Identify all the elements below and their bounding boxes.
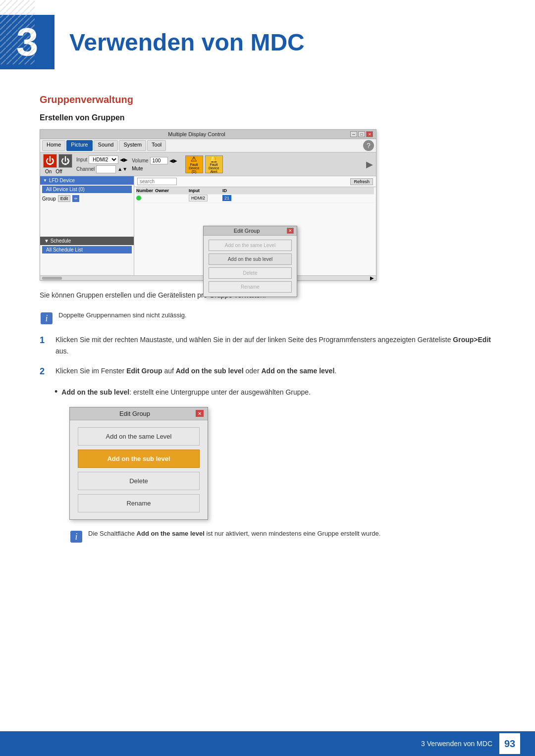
right-panel-table: Number Owner Input ID HDMI2 21 <box>134 187 376 203</box>
scrollbar-thumb <box>42 277 62 280</box>
volume-label: Volume <box>132 158 148 163</box>
schedule-header: ▼ Schedule <box>40 237 134 245</box>
channel-group: Channel ▲▼ <box>76 165 128 173</box>
mdc-titlebar: Multiple Display Control ─ □ ✕ <box>40 130 376 139</box>
mute-group: Mute <box>132 166 177 171</box>
mdc-window-container: Multiple Display Control ─ □ ✕ Home Pict… <box>40 129 376 281</box>
mdc-menubar: Home Picture Sound System Tool ? <box>40 139 376 152</box>
step-1: 1 Klicken Sie mit der rechten Maustaste,… <box>40 334 495 356</box>
lfd-section-label: LFD Device <box>49 178 75 183</box>
step-text-2: Klicken Sie im Fenster Edit Group auf Ad… <box>55 365 336 376</box>
page-number: 93 <box>499 733 520 754</box>
content-area: Gruppenverwaltung Erstellen von Gruppen … <box>0 84 535 592</box>
fault-device-group: ⚠ Fault Device(D) 🔔 Fault DeviceAlert <box>185 155 223 173</box>
eg-title: Edit Group <box>74 410 196 417</box>
lfd-header: ▼ LFD Device <box>40 176 134 185</box>
on-label: On <box>45 169 52 174</box>
volume-group: Volume 100 ◀▶ <box>132 157 177 164</box>
note-box-1: i Doppelte Gruppennamen sind nicht zuläs… <box>40 310 495 325</box>
input-select[interactable]: HDMI2 <box>89 155 118 164</box>
note-text-2: Die Schaltfläche Add on the same level i… <box>88 529 380 539</box>
refresh-button[interactable]: Refresh <box>350 178 373 185</box>
bullet-dot: • <box>54 387 57 398</box>
lfd-arrow-icon: ▼ <box>43 178 47 183</box>
toolbar-right-arrow: ▶ <box>366 159 373 170</box>
eg-titlebar: Edit Group ✕ <box>70 407 208 420</box>
fault-device-d-icon[interactable]: ⚠ Fault Device(D) <box>185 155 203 173</box>
all-schedule-list[interactable]: All Schedule List <box>42 246 132 253</box>
menu-sound[interactable]: Sound <box>94 140 118 151</box>
svg-text:i: i <box>45 313 48 323</box>
all-device-list-item[interactable]: All Device List (0) <box>42 186 132 193</box>
power-on-icon[interactable]: ⏻ <box>43 154 57 168</box>
note-icon-2: i <box>69 530 83 544</box>
row-owner <box>155 196 185 202</box>
add-sub-level-btn-small[interactable]: Add on the sub level <box>209 253 292 265</box>
pencil-icon[interactable]: ✏ <box>72 195 79 202</box>
table-header-row: Number Owner Input ID <box>136 187 374 195</box>
volume-input[interactable]: 100 <box>150 157 168 164</box>
page-header: 3 Verwenden von MDC <box>0 0 535 79</box>
mdc-title-text: Multiple Display Control <box>43 131 350 137</box>
rename-btn-small[interactable]: Rename <box>209 281 292 293</box>
search-input[interactable] <box>137 178 177 185</box>
edit-group-dialog-overlay: Edit Group ✕ Add on the same Level Add o… <box>203 226 297 297</box>
channel-input[interactable] <box>96 165 116 173</box>
dialog-title: Edit Group <box>207 228 287 234</box>
note-box-2: i Die Schaltfläche Add on the same level… <box>69 529 495 544</box>
menu-tool[interactable]: Tool <box>147 140 166 151</box>
subsection-title: Erstellen von Gruppen <box>40 113 495 122</box>
mdc-win-buttons: ─ □ ✕ <box>350 131 373 137</box>
page-footer: 3 Verwenden von MDC 93 <box>0 731 535 756</box>
off-label: Off <box>55 169 62 174</box>
mdc-toolbar: ⏻ ⏻ On Off Input HDMI2 ◀▶ <box>40 152 376 176</box>
schedule-label: Schedule <box>51 238 71 244</box>
eg-close-button[interactable]: ✕ <box>196 410 204 417</box>
right-scroll-arrow: ▶ <box>370 275 374 281</box>
mdc-right-header: Refresh <box>134 176 376 187</box>
eg-rename-btn[interactable]: Rename <box>78 494 200 512</box>
section-title: Gruppenverwaltung <box>40 94 495 105</box>
menu-picture[interactable]: Picture <box>66 140 92 151</box>
eg-add-sub-level-btn[interactable]: Add on the sub level <box>78 450 200 468</box>
footer-text: 3 Verwenden von MDC <box>421 740 492 748</box>
dialog-close-button[interactable]: ✕ <box>287 228 294 234</box>
help-icon[interactable]: ? <box>363 140 374 151</box>
col-number-header: Number <box>136 188 151 193</box>
row-number <box>136 196 151 202</box>
add-same-level-btn-small[interactable]: Add on the same Level <box>209 240 292 251</box>
channel-label: Channel <box>76 166 95 172</box>
col-owner-header: Owner <box>155 188 185 193</box>
menu-system[interactable]: System <box>119 140 146 151</box>
svg-text:i: i <box>75 532 77 542</box>
group-label: Group <box>42 196 56 202</box>
note-text-1: Doppelte Gruppennamen sind nicht zulässi… <box>58 310 187 320</box>
svg-rect-1 <box>0 0 35 64</box>
menu-home[interactable]: Home <box>42 140 65 151</box>
volume-arrows: ◀▶ <box>169 158 177 163</box>
row-id: 21 <box>222 196 237 202</box>
minimize-button[interactable]: ─ <box>350 131 357 137</box>
eg-add-same-level-btn[interactable]: Add on the same Level <box>78 427 200 446</box>
eg-delete-btn[interactable]: Delete <box>78 472 200 490</box>
edit-button[interactable]: Edit <box>58 195 71 202</box>
col-id-header: ID <box>222 188 237 193</box>
input-group: Input HDMI2 ◀▶ <box>76 155 128 164</box>
input-label: Input <box>76 157 87 162</box>
close-button[interactable]: ✕ <box>366 131 373 137</box>
table-row[interactable]: HDMI2 21 <box>136 195 374 203</box>
step-text-1: Klicken Sie mit der rechten Maustaste, u… <box>55 334 495 356</box>
bullet-text: Add on the sub level: erstellt eine Unte… <box>61 387 311 398</box>
step-number-1: 1 <box>40 334 50 347</box>
edit-group-large-dialog: Edit Group ✕ Add on the same Level Add o… <box>69 407 208 520</box>
arrow-icon: ◀▶ <box>120 157 128 162</box>
group-row: Group Edit ✏ <box>40 194 134 203</box>
group-list-area <box>40 205 134 235</box>
delete-btn-small[interactable]: Delete <box>209 267 292 279</box>
maximize-button[interactable]: □ <box>358 131 365 137</box>
step-2: 2 Klicken Sie im Fenster Edit Group auf … <box>40 365 495 378</box>
mute-label: Mute <box>132 166 143 171</box>
fault-device-alert-icon[interactable]: 🔔 Fault DeviceAlert <box>205 155 223 173</box>
col-input-header: Input <box>189 188 218 193</box>
power-off-icon[interactable]: ⏻ <box>58 154 72 168</box>
